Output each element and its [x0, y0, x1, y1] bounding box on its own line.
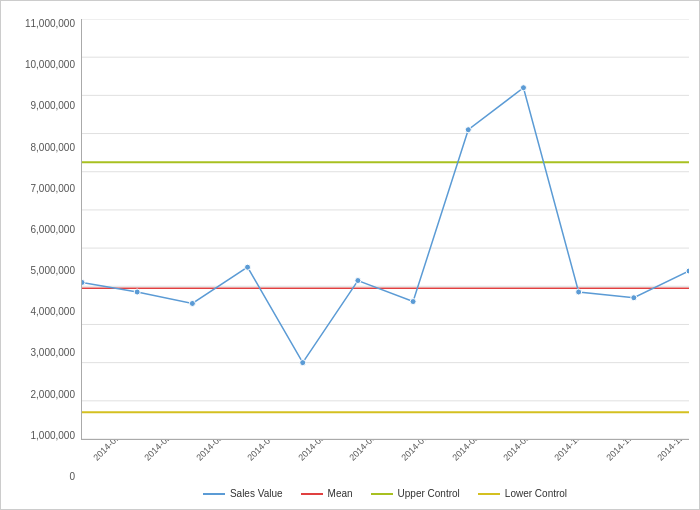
legend-label: Upper Control — [398, 488, 460, 499]
x-axis-label: 2014-07 — [396, 440, 431, 465]
x-axis-wrapper: 2014-012014-022014-032014-042014-052014-… — [81, 440, 689, 482]
x-axis-label: 2014-02 — [140, 440, 175, 465]
x-axis-label: 2014-11 — [602, 440, 637, 465]
chart-area: 11,000,00010,000,0009,000,0008,000,0007,… — [11, 19, 689, 482]
y-axis-label: 6,000,000 — [31, 225, 76, 235]
x-axis-label: 2014-09 — [499, 440, 534, 465]
legend-label: Mean — [328, 488, 353, 499]
svg-point-24 — [520, 85, 526, 91]
svg-point-21 — [355, 278, 361, 284]
x-axis-label: 2014-01 — [89, 440, 124, 465]
legend-line — [478, 493, 500, 495]
svg-point-19 — [245, 264, 251, 270]
y-axis-label: 4,000,000 — [31, 307, 76, 317]
x-axis-label: 2014-05 — [294, 440, 329, 465]
x-axis: 2014-012014-022014-032014-042014-052014-… — [81, 440, 689, 454]
x-axis-label: 2014-03 — [191, 440, 226, 465]
svg-point-22 — [410, 299, 416, 305]
y-axis-label: 2,000,000 — [31, 390, 76, 400]
y-axis-label: 5,000,000 — [31, 266, 76, 276]
y-axis-label: 10,000,000 — [25, 60, 75, 70]
plot-svg — [82, 19, 689, 439]
x-axis-label: 2014-06 — [345, 440, 380, 465]
legend-line — [203, 493, 225, 495]
y-axis-label: 11,000,000 — [25, 19, 75, 29]
legend-line — [301, 493, 323, 495]
y-axis-label: 9,000,000 — [31, 101, 76, 111]
svg-point-17 — [134, 289, 140, 295]
x-axis-label: 2014-08 — [448, 440, 483, 465]
svg-point-25 — [576, 289, 582, 295]
chart-container: 11,000,00010,000,0009,000,0008,000,0007,… — [0, 0, 700, 510]
svg-point-26 — [631, 295, 637, 301]
y-axis-label: 7,000,000 — [31, 184, 76, 194]
x-axis-label: 2014-04 — [243, 440, 278, 465]
y-axis-label: 0 — [69, 472, 75, 482]
svg-rect-0 — [82, 19, 689, 439]
legend-label: Lower Control — [505, 488, 567, 499]
legend-item: Sales Value — [203, 488, 283, 499]
svg-point-23 — [465, 127, 471, 133]
svg-point-27 — [686, 268, 689, 274]
y-axis-label: 3,000,000 — [31, 348, 76, 358]
svg-point-18 — [189, 300, 195, 306]
svg-point-20 — [300, 360, 306, 366]
legend-item: Mean — [301, 488, 353, 499]
x-axis-label: 2014-12 — [653, 440, 688, 465]
legend-item: Upper Control — [371, 488, 460, 499]
y-axis-label: 8,000,000 — [31, 143, 76, 153]
legend-item: Lower Control — [478, 488, 567, 499]
y-axis-label: 1,000,000 — [31, 431, 76, 441]
plot-wrapper — [81, 19, 689, 440]
legend-line — [371, 493, 393, 495]
svg-point-16 — [81, 279, 85, 285]
legend-label: Sales Value — [230, 488, 283, 499]
legend: Sales ValueMeanUpper ControlLower Contro… — [133, 488, 567, 499]
x-axis-label: 2014-10 — [550, 440, 585, 465]
y-axis: 11,000,00010,000,0009,000,0008,000,0007,… — [11, 19, 81, 482]
plot-and-x: 2014-012014-022014-032014-042014-052014-… — [81, 19, 689, 482]
